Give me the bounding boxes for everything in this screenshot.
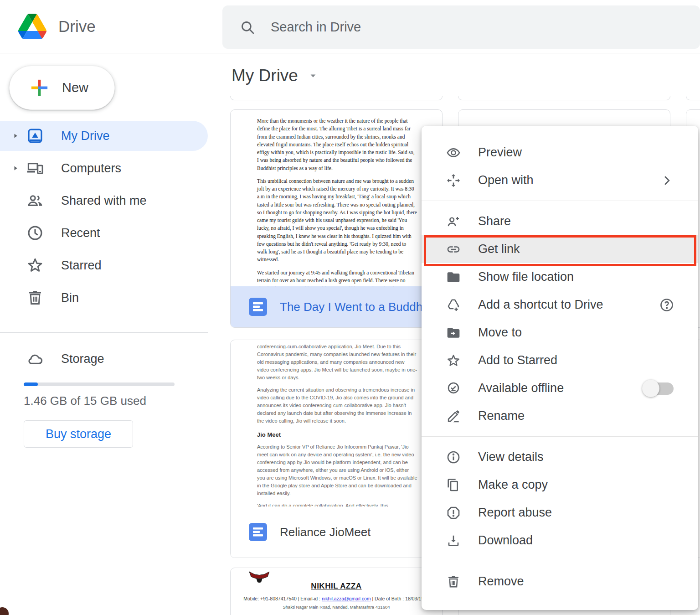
menu-item-preview[interactable]: Preview [422,139,698,166]
email-link[interactable]: nikhil.azza@gmail.com [322,596,371,601]
search-icon [240,20,255,35]
preview-text: Analyzing the current situation and obse… [257,386,417,425]
menu-item-rename[interactable]: Rename [422,402,698,430]
context-menu: Preview Open with Share Get link [422,126,698,610]
preview-text: This umbilical connection between nature… [257,177,417,264]
google-drive-page: Drive New [0,0,700,615]
menu-divider [422,436,698,437]
sidebar-item-label: Bin [61,291,79,305]
sidebar-divider [0,332,208,333]
menu-item-add-shortcut[interactable]: Add a shortcut to Drive [422,291,698,319]
file-name: The Day I Went to a Buddhist [280,300,434,314]
drive-shortcut-icon [446,298,461,312]
sidebar-item-label: Starred [61,258,102,273]
folder-icon [446,270,461,284]
preview-heading: Jio Meet [257,430,417,439]
topbar: Drive [0,0,700,53]
search-input[interactable] [271,20,635,35]
file-footer[interactable]: Reliance JioMeet [231,506,442,558]
file-footer-selected[interactable]: The Day I Went to a Buddhist [231,286,442,327]
sidebar-item-starred[interactable]: Starred [0,250,208,280]
file-card-partial[interactable] [230,96,443,100]
star-icon [25,255,45,275]
person-add-icon [446,214,461,229]
preview-text: More than the monuments or the weather i… [257,117,417,172]
menu-item-view-details[interactable]: View details [422,443,698,471]
file-preview: NIKHIL AZZA Mobile: +91-8087417540 | Ema… [231,568,442,615]
file-card-buddhist-doc[interactable]: More than the monuments or the weather i… [230,109,443,328]
help-icon[interactable] [659,298,674,312]
cloud-icon [25,349,45,369]
menu-divider [422,561,698,561]
resume-name-heading: NIKHIL AZZA [311,582,361,591]
sidebar-item-label: My Drive [61,129,110,143]
menu-item-move-to[interactable]: Move to [422,319,698,346]
chevron-right-icon [659,173,674,188]
file-card-partial[interactable] [686,96,700,100]
folder-move-icon [446,326,461,340]
sidebar-nav: My Drive Computers [0,119,208,315]
google-docs-icon [249,298,267,316]
drive-logo-icon [18,14,46,39]
star-icon [446,353,461,368]
pencil-icon [446,409,461,424]
file-preview: conferencing-cum-collaborative applicati… [231,340,442,510]
app-title: Drive [58,17,96,36]
menu-item-open-with[interactable]: Open with [422,166,698,194]
sidebar-item-label: Recent [61,226,100,240]
sidebar: New My Drive [0,53,208,615]
menu-item-show-file-location[interactable]: Show file location [422,263,698,291]
menu-item-available-offline[interactable]: Available offline [422,374,698,402]
computers-icon [25,158,45,178]
info-icon [446,450,461,465]
offline-toggle[interactable] [643,382,674,395]
menu-item-remove[interactable]: Remove [422,568,698,595]
sidebar-item-recent[interactable]: Recent [0,218,208,248]
clock-icon [25,223,45,243]
storage-progress-fill [24,382,38,386]
eye-icon [446,145,461,160]
sidebar-item-my-drive[interactable]: My Drive [0,121,208,151]
drive-logo[interactable]: Drive [18,14,96,39]
menu-item-make-a-copy[interactable]: Make a copy [422,471,698,499]
buy-storage-button[interactable]: Buy storage [24,420,133,448]
menu-item-share[interactable]: Share [422,207,698,235]
menu-item-download[interactable]: Download [422,527,698,554]
trash-icon [446,574,461,589]
expand-caret-icon[interactable] [11,164,20,173]
preview-text: conferencing-cum-collaborative applicati… [257,343,417,382]
preview-text: According to Senior VP of Reliance Jio I… [257,443,417,497]
storage-section[interactable]: Storage [0,344,208,374]
sidebar-item-shared-with-me[interactable]: Shared with me [0,186,208,216]
file-card-jiomeet[interactable]: conferencing-cum-collaborative applicati… [230,340,443,558]
file-preview: More than the monuments or the weather i… [231,110,442,287]
preview-text: We started our journey at 9:45 and walki… [257,269,417,287]
sidebar-item-label: Computers [61,161,121,176]
new-button[interactable]: New [9,66,115,110]
file-name: Reliance JioMeet [280,525,371,539]
menu-item-report-abuse[interactable]: Report abuse [422,499,698,527]
resume-address-line: Shakti Nagar Main Road, Nanded, Maharash… [231,605,442,610]
my-drive-icon [25,126,45,146]
menu-divider [422,201,698,201]
offline-check-icon [446,381,461,396]
file-card-resume[interactable]: NIKHIL AZZA Mobile: +91-8087417540 | Ema… [230,568,443,615]
file-card-partial[interactable] [458,96,670,100]
chevron-down-icon[interactable] [307,70,319,82]
copy-icon [446,478,461,492]
expand-caret-icon[interactable] [11,131,20,140]
toggle-knob [642,380,659,397]
breadcrumb[interactable]: My Drive [232,63,319,88]
menu-item-add-to-starred[interactable]: Add to Starred [422,346,698,374]
report-icon [446,506,461,520]
storage-progress-bar [24,382,175,386]
resume-logo [248,570,271,590]
search-bar[interactable] [222,5,700,49]
sidebar-item-bin[interactable]: Bin [0,283,208,313]
menu-item-get-link[interactable]: Get link [422,235,698,263]
shared-people-icon [25,191,45,211]
bin-icon [25,288,45,308]
sidebar-item-computers[interactable]: Computers [0,153,208,183]
google-docs-icon [249,523,267,541]
sidebar-item-label: Shared with me [61,194,147,208]
